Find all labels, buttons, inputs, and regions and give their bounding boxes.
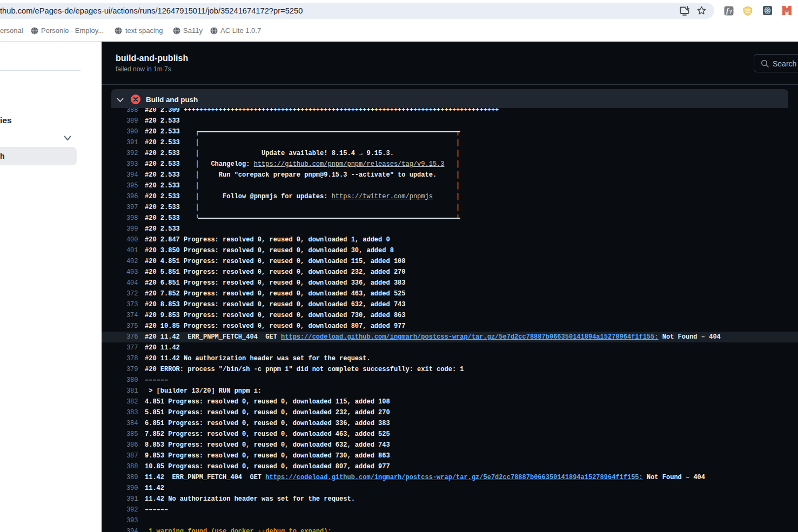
- svg-text:?: ?: [729, 8, 733, 15]
